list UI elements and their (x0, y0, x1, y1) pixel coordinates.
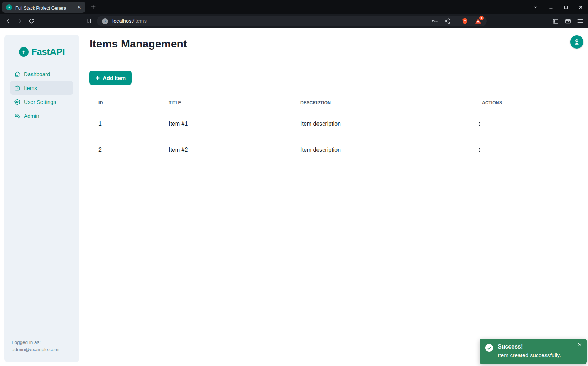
cell-description: Item description (291, 147, 472, 153)
toast-title: Success! (498, 343, 561, 350)
row-actions-menu-button[interactable] (475, 145, 485, 155)
table-row: 2 Item #2 Item description (89, 137, 584, 163)
logged-in-email: admin@example.com (12, 346, 59, 353)
brave-rewards-icon[interactable]: 1 (474, 17, 482, 25)
plus-icon (95, 76, 100, 80)
reload-button[interactable] (27, 17, 36, 25)
browser-toolbar: i localhost/items 1 (0, 14, 588, 28)
url-divider (456, 18, 456, 24)
users-icon (14, 113, 20, 119)
page-content: FastAPI Dashboard Items User Settings Ad… (0, 28, 588, 366)
brave-shield-icon[interactable] (461, 17, 468, 25)
url-host: localhost (112, 18, 133, 24)
close-window-button[interactable] (577, 3, 584, 11)
cell-title: Item #1 (159, 121, 291, 127)
close-icon (578, 342, 582, 347)
table-header-row: ID TITLE DESCRIPTION ACTIONS (89, 95, 584, 111)
tab-search-chevron-icon[interactable] (532, 3, 539, 11)
header-title: TITLE (159, 100, 291, 105)
toast-close-button[interactable] (576, 341, 583, 348)
tab-title: Full Stack Project Genera (15, 6, 66, 10)
sidebar-item-label: Items (24, 85, 37, 91)
share-icon[interactable] (444, 18, 450, 24)
back-button[interactable] (4, 17, 12, 25)
browser-tab[interactable]: Full Stack Project Genera ✕ (2, 2, 85, 13)
sidebar-item-label: Admin (24, 113, 39, 119)
table-row: 1 Item #1 Item description (89, 111, 584, 137)
success-toast: Success! Item created successfully. (480, 339, 587, 364)
tab-title-wrap: Full Stack Project Genera (15, 5, 75, 10)
browser-tab-strip: Full Stack Project Genera ✕ (0, 0, 588, 14)
check-circle-icon (485, 344, 493, 352)
menu-hamburger-icon[interactable] (577, 17, 584, 25)
items-table: ID TITLE DESCRIPTION ACTIONS 1 Item #1 I… (89, 95, 584, 163)
sidebar-item-label: User Settings (24, 99, 56, 105)
tab-close-icon[interactable]: ✕ (76, 5, 82, 10)
kebab-icon (477, 121, 482, 126)
cell-id: 1 (89, 121, 159, 127)
minimize-button[interactable] (547, 3, 555, 11)
fastapi-bolt-icon (19, 47, 29, 57)
sidebar-item-user-settings[interactable]: User Settings (10, 95, 74, 109)
kebab-icon (477, 147, 482, 152)
briefcase-icon (14, 85, 20, 91)
row-actions-menu-button[interactable] (475, 119, 485, 129)
add-item-button[interactable]: Add Item (89, 71, 132, 85)
maximize-button[interactable] (562, 3, 570, 11)
logged-in-label: Logged in as: (12, 339, 59, 346)
address-bar[interactable]: i localhost/items 1 (97, 16, 487, 26)
site-info-icon[interactable]: i (102, 18, 108, 24)
toast-message: Item created successfully. (498, 351, 561, 359)
gear-icon (14, 99, 20, 105)
sidebar: FastAPI Dashboard Items User Settings Ad… (4, 35, 79, 362)
sidebar-toggle-icon[interactable] (552, 18, 559, 25)
header-id: ID (89, 100, 159, 105)
rewards-badge: 1 (479, 16, 484, 20)
sidebar-item-items[interactable]: Items (10, 81, 74, 95)
sidebar-item-label: Dashboard (24, 71, 50, 77)
sidebar-nav: Dashboard Items User Settings Admin (4, 67, 79, 122)
url-text[interactable]: localhost/items (112, 18, 431, 24)
new-tab-button[interactable] (90, 4, 97, 12)
cell-id: 2 (89, 147, 159, 153)
forward-button (15, 17, 24, 25)
header-description: DESCRIPTION (291, 100, 472, 105)
wallet-icon[interactable] (564, 18, 571, 25)
page-title: Items Management (90, 38, 187, 50)
header-actions: ACTIONS (472, 100, 584, 105)
user-menu-button[interactable] (570, 35, 583, 49)
window-controls (532, 0, 584, 14)
bookmark-icon[interactable] (85, 17, 93, 25)
fastapi-favicon-icon (6, 4, 12, 10)
logo-text: FastAPI (31, 46, 65, 57)
cell-title: Item #2 (159, 147, 291, 153)
home-icon (14, 71, 20, 77)
password-key-icon[interactable] (431, 17, 439, 25)
user-astronaut-icon (573, 39, 580, 45)
cell-description: Item description (291, 121, 472, 127)
add-item-label: Add Item (103, 75, 126, 81)
url-path: /items (133, 18, 147, 24)
app-logo: FastAPI (4, 46, 79, 57)
sidebar-item-admin[interactable]: Admin (10, 109, 74, 122)
sidebar-item-dashboard[interactable]: Dashboard (10, 67, 74, 81)
logged-in-footer: Logged in as: admin@example.com (12, 339, 59, 353)
